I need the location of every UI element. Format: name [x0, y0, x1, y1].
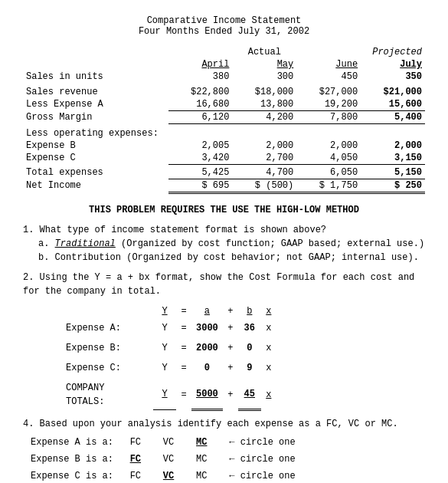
may-header: May — [232, 58, 296, 71]
q1-a-suffix: (Organized by cost function; GAAP based;… — [116, 238, 424, 249]
april-header: April — [168, 58, 233, 71]
less-expense-a-row: Less Expense A 16,680 13,800 19,200 15,6… — [23, 98, 425, 111]
sales-units-row: Sales in units 380 300 450 350 — [23, 71, 425, 83]
july-header: July — [361, 58, 425, 71]
formula-expense-b: Expense B: Y = 2000 + 0 x — [61, 340, 276, 356]
formula-company-totals: COMPANY TOTALS: Y = 5000 + 45 x — [61, 380, 276, 410]
q4-section: 4. Based upon your analysis identify eac… — [23, 417, 425, 483]
formula-col-b: b — [238, 303, 261, 320]
formula-expense-a: Expense A: Y = 3000 + 36 x — [61, 320, 276, 337]
income-statement-table: Actual Projected April May June July Sal… — [23, 46, 425, 194]
formula-col-a: a — [191, 303, 223, 320]
report-title: Comparative Income Statement Four Months… — [23, 15, 425, 37]
q1-intro: 1. What type of income statement format … — [23, 223, 425, 237]
header-row-2: April May June July — [23, 58, 425, 71]
q4-expense-a: Expense A is a: FC VC MC ← circle one — [31, 435, 425, 449]
problem-section-title: THIS PROBLEM REQUIRES THE USE THE HIGH-L… — [23, 205, 425, 215]
sales-revenue-row: Sales revenue $22,800 $18,000 $27,000 $2… — [23, 86, 425, 98]
formula-col-x: x — [261, 303, 276, 320]
formula-col-y: Y — [153, 303, 176, 320]
q4-expense-b: Expense B is a: FC VC MC ← circle one — [31, 452, 425, 466]
actual-header: Actual — [168, 46, 361, 58]
q1-a: a. Traditional (Organized by cost functi… — [38, 237, 425, 251]
expense-b-row: Expense B 2,005 2,000 2,000 2,000 — [23, 140, 425, 152]
q1-b-text: b. Contribution (Organized by cost behav… — [38, 252, 419, 263]
formula-header-row: Y = a + b x — [61, 303, 276, 320]
net-income-row: Net Income $ 695 $ (500) $ 1,750 $ 250 — [23, 179, 425, 192]
q4-intro: 4. Based upon your analysis identify eac… — [23, 417, 425, 431]
q2-section: 2. Using the Y = a + bx format, show the… — [23, 271, 425, 412]
expense-c-row: Expense C 3,420 2,700 4,050 3,150 — [23, 152, 425, 165]
june-header: June — [296, 58, 361, 71]
header-row-1: Actual Projected — [23, 46, 425, 58]
q4-expense-c: Expense C is a: FC VC MC ← circle one — [31, 469, 425, 483]
q1-text: 1. What type of income statement format … — [23, 223, 425, 264]
total-expenses-row: Total expenses 5,425 4,700 6,050 5,150 — [23, 166, 425, 179]
gross-margin-row: Gross Margin 6,120 4,200 7,800 5,400 — [23, 111, 425, 124]
title-line2: Four Months Ended July 31, 2002 — [23, 26, 425, 37]
projected-header: Projected — [361, 46, 425, 58]
formula-table: Y = a + b x Expense A: Y = 3000 + 36 x E… — [61, 303, 276, 412]
formula-expense-c: Expense C: Y = 0 + 9 x — [61, 360, 276, 376]
q1-a-prefix: a. Traditional — [38, 238, 116, 249]
q2-intro: 2. Using the Y = a + bx format, show the… — [23, 271, 425, 298]
title-line1: Comparative Income Statement — [23, 15, 425, 26]
less-operating-label-row: Less operating expenses: — [23, 127, 425, 140]
q1-b: b. Contribution (Organized by cost behav… — [38, 251, 425, 264]
